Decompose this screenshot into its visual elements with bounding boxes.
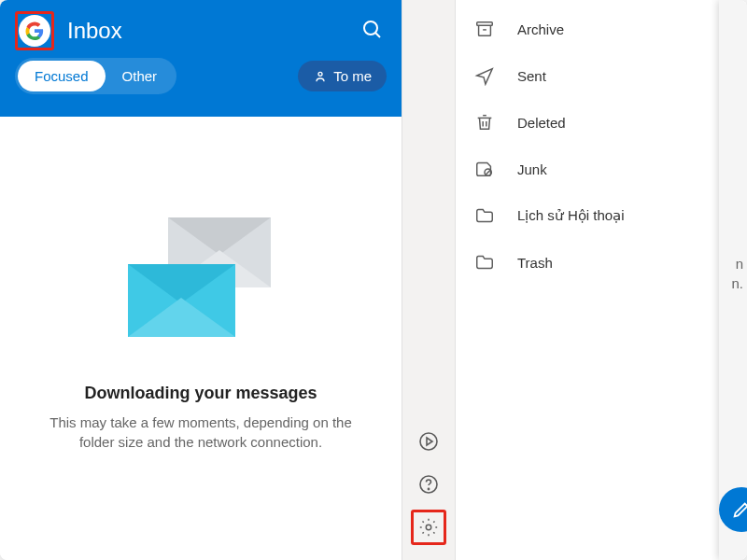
archive-icon xyxy=(474,19,495,39)
filter-tabs: Focused Other To me xyxy=(0,58,402,107)
sent-icon xyxy=(474,65,495,86)
folder-label: Archive xyxy=(517,21,564,37)
edit-icon xyxy=(731,499,747,520)
folder-label: Trash xyxy=(517,255,553,271)
background-screen-edge: n n. xyxy=(719,0,747,560)
svg-line-19 xyxy=(486,170,490,175)
folder-label: Lịch sử Hội thoại xyxy=(517,207,625,224)
tab-group: Focused Other xyxy=(15,58,176,94)
inbox-panel: Inbox Focused Other To me xyxy=(0,0,402,560)
header: Inbox Focused Other To me xyxy=(0,0,402,117)
help-circle-icon xyxy=(417,473,440,496)
folder-junk[interactable]: Junk xyxy=(456,146,747,192)
folder-archive[interactable]: Archive xyxy=(456,6,747,52)
app-root: Inbox Focused Other To me xyxy=(0,0,747,560)
folder-label: Sent xyxy=(517,68,546,84)
svg-point-12 xyxy=(428,488,429,489)
empty-state: Downloading your messages This may take … xyxy=(0,117,402,560)
search-button[interactable] xyxy=(360,18,387,44)
play-button[interactable] xyxy=(411,424,446,459)
folder-list: Archive Sent Deleted Junk Lịch sử Hội th… xyxy=(456,0,747,560)
folder-sent[interactable]: Sent xyxy=(456,52,747,99)
svg-line-1 xyxy=(375,33,380,37)
svg-point-0 xyxy=(364,21,377,35)
account-avatar[interactable] xyxy=(19,15,50,47)
settings-button-highlight[interactable] xyxy=(411,510,446,545)
svg-marker-10 xyxy=(427,438,432,445)
folder-icon xyxy=(474,252,495,273)
to-me-filter[interactable]: To me xyxy=(298,61,387,91)
gear-icon xyxy=(418,517,439,538)
svg-point-2 xyxy=(318,72,322,76)
svg-rect-14 xyxy=(477,22,493,26)
search-icon xyxy=(360,18,383,40)
header-top: Inbox xyxy=(0,0,402,58)
folder-label: Junk xyxy=(517,161,547,177)
google-logo-icon xyxy=(24,21,45,41)
empty-subtitle: This may take a few moments, depending o… xyxy=(33,413,369,452)
side-rail xyxy=(402,0,456,560)
help-button[interactable] xyxy=(411,467,446,502)
play-circle-icon xyxy=(417,430,440,453)
tab-other[interactable]: Other xyxy=(106,61,175,91)
edge-text: n n. xyxy=(731,254,743,293)
account-avatar-highlight xyxy=(15,11,54,50)
person-icon xyxy=(313,69,328,84)
envelope-illustration xyxy=(117,206,285,356)
empty-title: Downloading your messages xyxy=(84,384,317,403)
folder-label: Deleted xyxy=(517,115,566,131)
tab-focused[interactable]: Focused xyxy=(18,61,106,91)
svg-point-13 xyxy=(426,525,431,530)
trash-icon xyxy=(474,112,495,133)
to-me-label: To me xyxy=(333,68,372,84)
folder-icon xyxy=(474,205,495,226)
junk-icon xyxy=(474,159,495,179)
svg-point-9 xyxy=(420,433,437,450)
folder-history[interactable]: Lịch sử Hội thoại xyxy=(456,192,747,239)
page-title: Inbox xyxy=(67,18,360,44)
compose-fab[interactable] xyxy=(719,487,747,532)
folder-deleted[interactable]: Deleted xyxy=(456,99,747,146)
folder-trash[interactable]: Trash xyxy=(456,239,747,286)
